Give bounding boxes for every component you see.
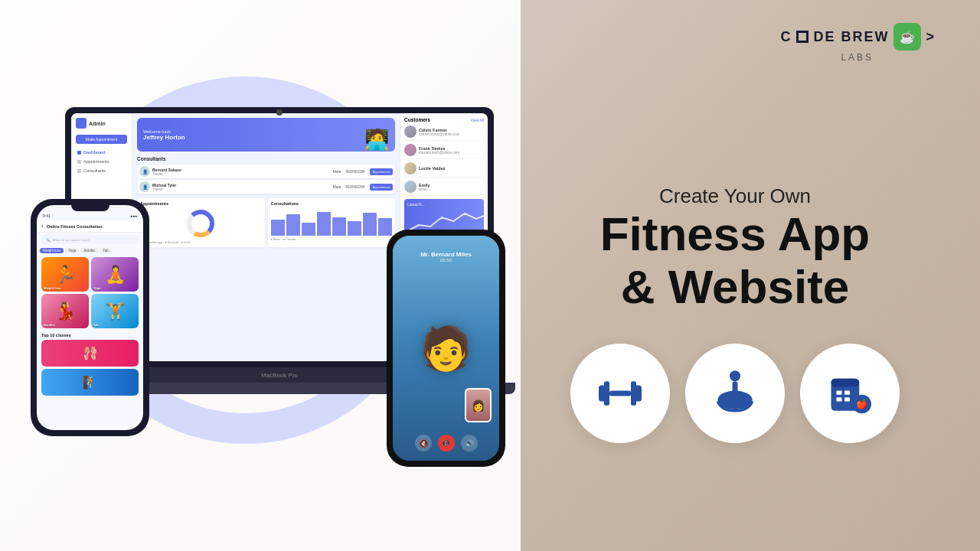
call-controls: 🔇 📵 🔊 (393, 435, 499, 452)
devices-container: Admin Make Appointment Dashboard Appoint… (23, 46, 513, 520)
phone-time: 9:41 (43, 214, 51, 218)
tab-weight-loss[interactable]: Weight loss (40, 248, 64, 253)
phone-cards-grid: 🏃 Weight loss 🧘 Yoga 💃 A (37, 255, 143, 331)
donut-chart (185, 208, 216, 239)
phone-right-screen: 🧑 Mr. Bernard Miles 05:56 👩 🔇 📵 🔊 (393, 236, 499, 461)
nav-dashboard[interactable]: Dashboard (76, 148, 127, 156)
customer-email-2: mustafa.leich@yahoo.com (419, 151, 459, 155)
speaker-button[interactable]: 🔊 (461, 435, 478, 452)
consultant-gender-2: Male (333, 184, 341, 189)
logo: C DE BREW ☕ > LABS (780, 23, 934, 63)
svg-rect-12 (837, 397, 842, 401)
phone-left-body: 9:41 ●●● ‹ Online Fitness Consultation 🔍… (31, 199, 149, 436)
bar-2 (286, 214, 300, 236)
mute-button[interactable]: 🔇 (415, 435, 432, 452)
logo-sub: LABS (780, 52, 934, 63)
dumbbell-svg (593, 367, 647, 420)
phone-list-card-2[interactable]: 🧗 (41, 369, 139, 396)
video-person-icon: 🧑 (420, 324, 472, 373)
customer-avatar-3 (404, 162, 416, 174)
phone-list-card-1[interactable]: 🩰 (41, 340, 139, 367)
consultant-phone-1: 8626562284 (346, 170, 365, 174)
logo-text-de: DE BREW (813, 29, 889, 45)
charts-row: Appointments ● Physiotherapy ● D (137, 198, 395, 247)
nav-appointments[interactable]: Appointments (76, 158, 127, 165)
consultant-avatar-1: 👤 (139, 166, 150, 177)
customer-info-4: Emily lionel... (419, 183, 430, 191)
logo-arrows: > (926, 29, 934, 45)
customers-title: Customers (404, 117, 430, 122)
nav-dot-appt (77, 160, 81, 164)
svg-rect-1 (604, 381, 609, 406)
consultant-row-2: 👤 Micheal Tyler Trainer Male 8626562284 … (137, 180, 395, 194)
back-arrow-icon[interactable]: ‹ (41, 223, 44, 230)
headline-line1: Create Your Own (521, 184, 949, 208)
bar-7 (363, 213, 377, 236)
phone-header-title: Online Fitness Consultation (47, 224, 103, 229)
phone-header-bar: ‹ Online Fitness Consultation (37, 220, 143, 233)
svg-rect-3 (631, 381, 636, 406)
nutrition-svg: 🍎 (823, 367, 877, 420)
tab-other[interactable]: Tab (100, 248, 112, 253)
phone-card-label-2: Yoga (93, 286, 100, 290)
customer-avatar-4 (404, 181, 416, 193)
laptop-label: MacBook Pro (261, 372, 298, 379)
call-timer: 05:56 (393, 258, 499, 262)
bar-5 (332, 217, 346, 236)
svg-point-5 (730, 370, 740, 381)
bar-6 (348, 221, 361, 236)
tab-aerobic[interactable]: Aerobic (80, 248, 98, 253)
laptop-notch (276, 109, 283, 116)
end-call-button[interactable]: 📵 (438, 435, 455, 452)
top10-label: Top 10 classes (37, 331, 143, 340)
consultants-title: Consultants (137, 156, 395, 161)
feature-icons-row: 🍎 (570, 344, 900, 443)
bar-4 (317, 212, 331, 236)
video-background: 🧑 (393, 236, 499, 461)
video-call-bg: 🧑 Mr. Bernard Miles 05:56 👩 🔇 📵 🔊 (393, 236, 499, 461)
customer-name-3: Lucile Valdez (419, 166, 446, 171)
headline-line3: & Website (521, 261, 949, 313)
customer-info-2: Frank Stokes mustafa.leich@yahoo.com (419, 146, 459, 155)
customers-header: Customers View All (404, 117, 484, 122)
appointment-btn-2[interactable]: Appointment (370, 184, 393, 191)
customer-email-4: lionel... (419, 187, 430, 191)
admin-main: Welcome back Jeffrey Horton 🧑‍💻 Consulta… (132, 113, 400, 361)
phone-status-bar: 9:41 ●●● (37, 211, 143, 220)
customer-avatar-1 (404, 126, 416, 138)
consultant-phone-2: 8626562284 (346, 185, 365, 189)
customer-email-1: morton.kozey@yahoo.com (419, 132, 460, 136)
customer-row-2: Frank Stokes mustafa.leich@yahoo.com (404, 144, 484, 159)
make-appointment-btn[interactable]: Make Appointment (76, 135, 127, 144)
appointments-chart-title: Appointments (140, 201, 262, 206)
meditation-icon-circle (685, 344, 785, 443)
consultations-chart-title: Consultations (271, 201, 393, 206)
nav-dot (77, 151, 81, 155)
nutrition-icon-circle: 🍎 (800, 344, 900, 443)
phone-search-bar[interactable]: 🔍 What do you want to learn? (41, 235, 139, 244)
consultant-role-2: Trainer (152, 187, 331, 191)
appointments-chart-card: Appointments ● Physiotherapy ● D (137, 198, 265, 247)
customer-info-3: Lucile Valdez (419, 166, 446, 171)
consultant-gender-1: Male (333, 169, 341, 174)
consultant-avatar-2: 👤 (139, 181, 150, 192)
latest-results-label: Latest R... (407, 202, 481, 207)
nav-consultants[interactable]: Consultants (76, 167, 127, 174)
phone-left-screen: 9:41 ●●● ‹ Online Fitness Consultation 🔍… (37, 205, 143, 430)
phone-card-1[interactable]: 🏃 Weight loss (41, 257, 89, 292)
appointment-btn-1[interactable]: Appointment (370, 168, 393, 175)
consultations-chart-card: Consultations (268, 198, 396, 247)
view-all-link[interactable]: View All (471, 118, 484, 122)
phone-card-3[interactable]: 💃 Aerobic (41, 294, 89, 328)
nav-consultants-label: Consultants (83, 168, 106, 173)
phone-card-4[interactable]: 🏋️ Tab (91, 294, 139, 328)
consultant-role-1: Trainer (152, 172, 331, 176)
bar-1 (271, 220, 285, 236)
nav-appointments-label: Appointments (83, 159, 109, 164)
nav-dashboard-label: Dashboard (83, 150, 106, 155)
tab-yoga[interactable]: Yoga (65, 248, 79, 253)
phone-card-2[interactable]: 🧘 Yoga (91, 257, 139, 292)
nav-dot-consult (77, 169, 81, 173)
svg-rect-11 (844, 390, 850, 394)
customer-info-1: Calvin Farmer morton.kozey@yahoo.com (419, 128, 460, 136)
